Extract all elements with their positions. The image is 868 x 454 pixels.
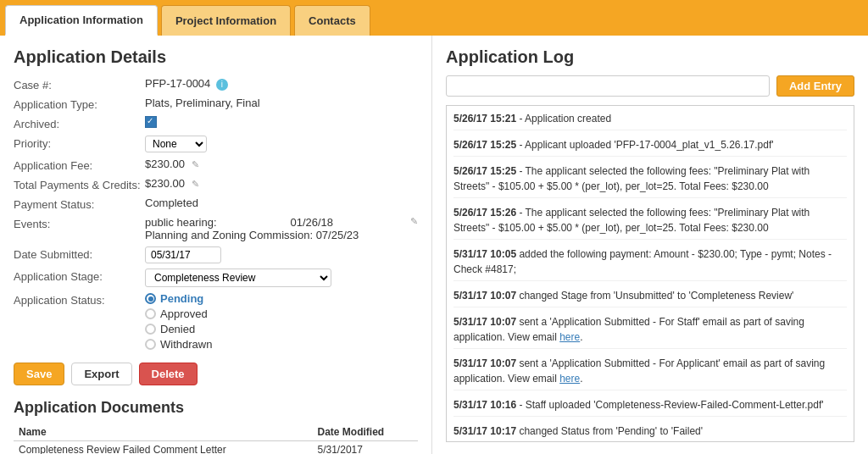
events-row: Events: public hearing: 01/26/18 ✎ Plann… <box>14 216 418 241</box>
log-entry: 5/31/17 10:05 added the following paymen… <box>453 246 847 281</box>
log-entry: 5/26/17 15:25 - The applicant selected t… <box>453 163 847 198</box>
app-fee-label: Application Fee: <box>14 158 145 172</box>
app-type-value: Plats, Preliminary, Final <box>145 97 418 109</box>
log-title: Application Log <box>446 47 854 67</box>
tab-project-info[interactable]: Project Information <box>161 5 291 36</box>
main-content: Application Details Case #: PFP-17-0004 … <box>0 36 868 454</box>
log-timestamp: 5/26/17 15:25 <box>453 139 516 151</box>
log-timestamp: 5/31/17 10:16 <box>453 399 516 411</box>
log-link[interactable]: here <box>559 331 580 343</box>
status-pending-radio[interactable] <box>145 293 156 304</box>
left-panel: Application Details Case #: PFP-17-0004 … <box>0 36 432 454</box>
save-button[interactable]: Save <box>14 363 64 385</box>
log-timestamp: 5/31/17 10:07 <box>453 357 516 369</box>
docs-section: Application Documents Name Date Modified… <box>14 399 418 454</box>
status-withdrawn-radio[interactable] <box>145 339 156 350</box>
log-entry: 5/31/17 10:07 sent a 'Application Submit… <box>453 356 847 390</box>
app-fee-edit-icon[interactable]: ✎ <box>192 159 199 170</box>
total-payments-value: $230.00 ✎ <box>145 177 418 190</box>
payment-status-label: Payment Status: <box>14 197 145 211</box>
app-stage-label: Application Stage: <box>14 269 145 283</box>
app-stage-row: Application Stage: Completeness Review P… <box>14 269 418 287</box>
docs-table: Name Date Modified Completeness Review F… <box>14 424 418 454</box>
events-value: public hearing: 01/26/18 ✎ Planning and … <box>145 216 418 241</box>
total-payments-edit-icon[interactable]: ✎ <box>192 179 199 190</box>
status-denied-option[interactable]: Denied <box>145 323 418 335</box>
log-timestamp: 5/31/17 10:05 <box>453 248 516 260</box>
payment-status-row: Payment Status: Completed <box>14 197 418 211</box>
status-approved-radio[interactable] <box>145 308 156 319</box>
action-buttons: Save Export Delete <box>14 363 418 385</box>
docs-title: Application Documents <box>14 399 418 417</box>
app-status-label: Application Status: <box>14 292 145 307</box>
docs-col-date: Date Modified <box>313 424 418 441</box>
log-text: - Staff uploaded 'Completeness-Review-Fa… <box>516 399 824 411</box>
case-value: PFP-17-0004 i <box>145 77 418 91</box>
archived-row: Archived: <box>14 116 418 130</box>
date-submitted-value <box>145 246 418 263</box>
log-entry: 5/26/17 15:25 - Applicant uploaded 'PFP-… <box>453 137 847 157</box>
archived-value[interactable] <box>145 116 418 130</box>
log-timestamp: 5/31/17 10:17 <box>453 425 516 437</box>
event2-date: 07/25/23 <box>316 229 359 241</box>
log-entry: 5/26/17 15:21 - Application created <box>453 111 847 130</box>
status-withdrawn-option[interactable]: Withdrawn <box>145 338 418 351</box>
status-withdrawn-label: Withdrawn <box>160 338 212 351</box>
tabs-bar: Application Information Project Informat… <box>0 0 868 36</box>
doc-name: Completeness Review Failed Comment Lette… <box>14 441 313 455</box>
archived-checkbox[interactable] <box>145 116 157 128</box>
app-stage-select[interactable]: Completeness Review Public Hearing / Not… <box>145 269 331 287</box>
total-payments-row: Total Payments & Credits: $230.00 ✎ <box>14 177 418 191</box>
app-status-radios: Pending Approved Denied Withdrawn <box>145 292 418 351</box>
case-row: Case #: PFP-17-0004 i <box>14 77 418 91</box>
log-text: changed Status from 'Pending' to 'Failed… <box>516 425 703 437</box>
event2-name: Planning and Zoning Commission: <box>145 229 313 241</box>
priority-label: Priority: <box>14 136 145 150</box>
log-input-row: Add Entry <box>446 75 854 97</box>
docs-col-name: Name <box>14 424 313 441</box>
log-timestamp: 5/26/17 15:26 <box>453 207 516 219</box>
log-entry: 5/31/17 10:16 - Staff uploaded 'Complete… <box>453 397 847 417</box>
case-info-icon[interactable]: i <box>216 79 228 91</box>
events-label: Events: <box>14 216 145 230</box>
app-status-row: Application Status: Pending Approved Den… <box>14 292 418 351</box>
log-timestamp: 5/26/17 15:21 <box>453 113 516 125</box>
log-link[interactable]: here <box>559 373 580 385</box>
log-text-input[interactable] <box>446 75 770 97</box>
delete-button[interactable]: Delete <box>139 363 198 385</box>
status-pending-option[interactable]: Pending <box>145 292 418 305</box>
app-fee-row: Application Fee: $230.00 ✎ <box>14 158 418 172</box>
log-text: changed Stage from 'Unsubmitted' to 'Com… <box>516 290 793 302</box>
case-label: Case #: <box>14 77 145 91</box>
tab-contacts[interactable]: Contacts <box>294 5 370 36</box>
export-button[interactable]: Export <box>71 363 131 385</box>
date-submitted-input[interactable] <box>145 246 221 263</box>
status-denied-radio[interactable] <box>145 324 156 335</box>
payment-status-value: Completed <box>145 197 418 209</box>
status-approved-option[interactable]: Approved <box>145 307 418 320</box>
app-type-label: Application Type: <box>14 97 145 111</box>
log-entries: 5/26/17 15:21 - Application created5/26/… <box>446 105 854 442</box>
log-entry: 5/31/17 10:07 sent a 'Application Submit… <box>453 314 847 349</box>
date-submitted-label: Date Submitted: <box>14 246 145 261</box>
event1-row: public hearing: 01/26/18 ✎ <box>145 216 418 229</box>
log-timestamp: 5/31/17 10:07 <box>453 316 516 328</box>
doc-date: 5/31/2017 <box>313 441 418 455</box>
log-entry: 5/26/17 15:26 - The applicant selected t… <box>453 205 847 240</box>
tab-app-info[interactable]: Application Information <box>5 5 158 36</box>
log-timestamp: 5/31/17 10:07 <box>453 290 516 302</box>
details-title: Application Details <box>14 47 418 67</box>
app-stage-value: Completeness Review Public Hearing / Not… <box>145 269 418 287</box>
total-payments-label: Total Payments & Credits: <box>14 177 145 191</box>
priority-row: Priority: None Low Medium High <box>14 136 418 152</box>
add-entry-button[interactable]: Add Entry <box>776 75 854 97</box>
priority-select[interactable]: None Low Medium High <box>145 136 207 152</box>
log-entry: 5/31/17 10:07 changed Stage from 'Unsubm… <box>453 288 847 307</box>
status-denied-label: Denied <box>160 323 195 335</box>
app-type-row: Application Type: Plats, Preliminary, Fi… <box>14 97 418 111</box>
event1-edit-icon[interactable]: ✎ <box>410 216 418 229</box>
log-timestamp: 5/26/17 15:25 <box>453 165 516 177</box>
log-text: - Applicant uploaded 'PFP-17-0004_plat_v… <box>516 139 773 151</box>
table-row[interactable]: Completeness Review Failed Comment Lette… <box>14 441 418 455</box>
log-entry: 5/31/17 10:17 changed Status from 'Pendi… <box>453 424 847 442</box>
